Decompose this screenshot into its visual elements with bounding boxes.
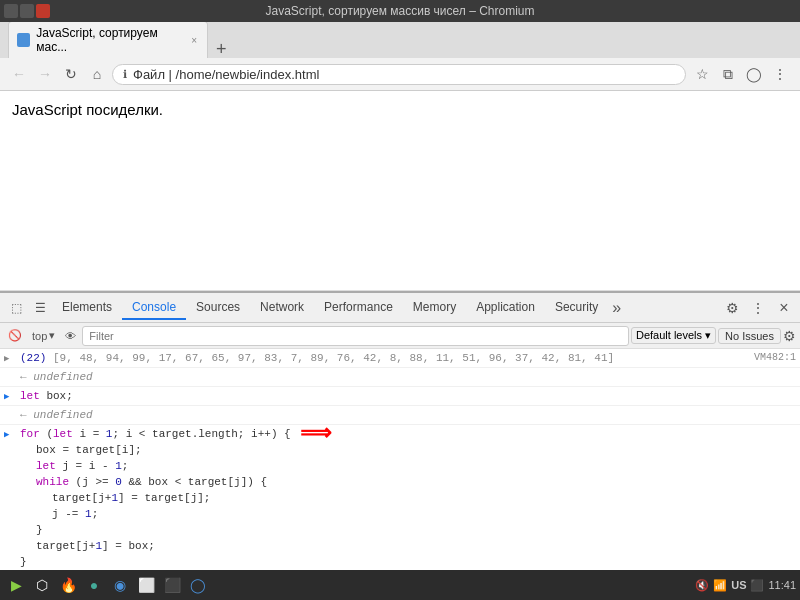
taskbar: ▶ ⬡ 🔥 ● ◉ ⬜ ⬛ ◯ 🔇 📶 US ⬛ 11:41: [0, 570, 800, 600]
menu-button[interactable]: ⋮: [768, 62, 792, 86]
console-line: ← undefined: [0, 406, 800, 425]
taskbar-apps-button[interactable]: ▶: [4, 573, 28, 597]
taskbar-locale: US: [731, 579, 746, 591]
new-tab-button[interactable]: +: [208, 40, 235, 58]
console-text: ← undefined: [20, 369, 796, 385]
devtools-panel: ⬚ ☰ Elements Console Sources Network Per…: [0, 291, 800, 600]
red-arrow-right: ⟹: [300, 427, 332, 443]
nav-icons: ☆ ⧉ ◯ ⋮: [690, 62, 792, 86]
tab-label: JavaScript, сортируем мас...: [36, 26, 183, 54]
tab-performance[interactable]: Performance: [314, 296, 403, 320]
console-code-block: for (let i = 1; i < target.length; i++) …: [20, 426, 796, 570]
reload-button[interactable]: ↻: [60, 63, 82, 85]
lock-icon: ℹ: [123, 68, 127, 81]
back-button[interactable]: ←: [8, 63, 30, 85]
tab-application[interactable]: Application: [466, 296, 545, 320]
tab-sources[interactable]: Sources: [186, 296, 250, 320]
inspect-element-button[interactable]: ⬚: [4, 296, 28, 320]
address-text: Файл | /home/newbie/index.html: [133, 67, 319, 82]
expand-icon[interactable]: ▶: [4, 351, 9, 367]
devtools-close-button[interactable]: ×: [772, 296, 796, 320]
taskbar-icon-system: ⬛: [750, 579, 764, 592]
taskbar-icon-chromium[interactable]: ◉: [108, 573, 132, 597]
devtools-toolbar-right: ⚙ ⋮ ×: [720, 296, 796, 320]
window-controls[interactable]: [4, 4, 50, 18]
tab-console[interactable]: Console: [122, 296, 186, 320]
console-line: ▶ let box;: [0, 387, 800, 406]
devtools-settings-button[interactable]: ⚙: [720, 296, 744, 320]
active-tab[interactable]: JavaScript, сортируем мас... ×: [8, 21, 208, 58]
tab-security[interactable]: Security: [545, 296, 608, 320]
devtools-more-button[interactable]: ⋮: [746, 296, 770, 320]
page-content: JavaScript посиделки.: [0, 91, 800, 291]
expand-icon[interactable]: ▶: [4, 427, 9, 443]
console-output: ▶ (22) [9, 48, 94, 99, 17, 67, 65, 97, 8…: [0, 349, 800, 600]
tab-memory[interactable]: Memory: [403, 296, 466, 320]
expand-icon[interactable]: ▶: [4, 389, 9, 405]
taskbar-icon-terminal[interactable]: ⬛: [160, 573, 184, 597]
preserve-log-button[interactable]: 👁: [61, 329, 80, 343]
profile-button[interactable]: ◯: [742, 62, 766, 86]
console-toolbar: 🚫 top ▾ 👁 Default levels ▾ No Issues ⚙: [0, 323, 800, 349]
filter-input[interactable]: [82, 326, 629, 346]
console-text: (22) [9, 48, 94, 99, 17, 67, 65, 97, 83,…: [20, 350, 746, 366]
taskbar-icon-3[interactable]: ●: [82, 573, 106, 597]
context-selector[interactable]: top ▾: [28, 328, 59, 343]
page-text: JavaScript посиделки.: [12, 101, 163, 118]
minimize-button[interactable]: [4, 4, 18, 18]
extensions-button[interactable]: ⧉: [716, 62, 740, 86]
console-line-for: ▶ for (let i = 1; i < target.length; i++…: [0, 425, 800, 573]
more-tabs-button[interactable]: »: [608, 299, 625, 317]
title-bar: JavaScript, сортируем массив чисел – Chr…: [0, 0, 800, 22]
taskbar-icon-7[interactable]: ◯: [186, 573, 210, 597]
log-levels-button[interactable]: Default levels ▾: [631, 327, 716, 344]
taskbar-network: 📶: [713, 579, 727, 592]
nav-bar: ← → ↻ ⌂ ℹ Файл | /home/newbie/index.html…: [0, 58, 800, 90]
clear-console-button[interactable]: 🚫: [4, 328, 26, 343]
context-chevron: ▾: [49, 329, 55, 342]
window-title: JavaScript, сортируем массив чисел – Chr…: [265, 4, 534, 18]
taskbar-volume: 🔇: [695, 579, 709, 592]
taskbar-icon-1[interactable]: ⬡: [30, 573, 54, 597]
console-text: ← undefined: [20, 407, 796, 423]
tab-favicon: [17, 33, 30, 47]
maximize-button[interactable]: [20, 4, 34, 18]
taskbar-icon-5[interactable]: ⬜: [134, 573, 158, 597]
tab-close-button[interactable]: ×: [189, 35, 199, 46]
console-line: ▶ (22) [9, 48, 94, 99, 17, 67, 65, 97, 8…: [0, 349, 800, 368]
no-issues-button[interactable]: No Issues: [718, 328, 781, 344]
console-settings-button[interactable]: ⚙: [783, 328, 796, 344]
taskbar-icon-2[interactable]: 🔥: [56, 573, 80, 597]
console-source: VM482:1: [754, 350, 796, 366]
console-line: ← undefined: [0, 368, 800, 387]
tab-elements[interactable]: Elements: [52, 296, 122, 320]
tab-network[interactable]: Network: [250, 296, 314, 320]
close-button[interactable]: [36, 4, 50, 18]
forward-button[interactable]: →: [34, 63, 56, 85]
console-text: let box;: [20, 388, 796, 404]
address-bar[interactable]: ℹ Файл | /home/newbie/index.html: [112, 64, 686, 85]
taskbar-right: 🔇 📶 US ⬛ 11:41: [695, 579, 796, 592]
bookmark-star-button[interactable]: ☆: [690, 62, 714, 86]
home-button[interactable]: ⌂: [86, 63, 108, 85]
device-mode-button[interactable]: ☰: [28, 296, 52, 320]
browser-chrome: JavaScript, сортируем мас... × + ← → ↻ ⌂…: [0, 22, 800, 91]
context-label: top: [32, 330, 47, 342]
tab-bar: JavaScript, сортируем мас... × +: [0, 22, 800, 58]
devtools-tab-bar: ⬚ ☰ Elements Console Sources Network Per…: [0, 293, 800, 323]
taskbar-time: 11:41: [768, 579, 796, 591]
